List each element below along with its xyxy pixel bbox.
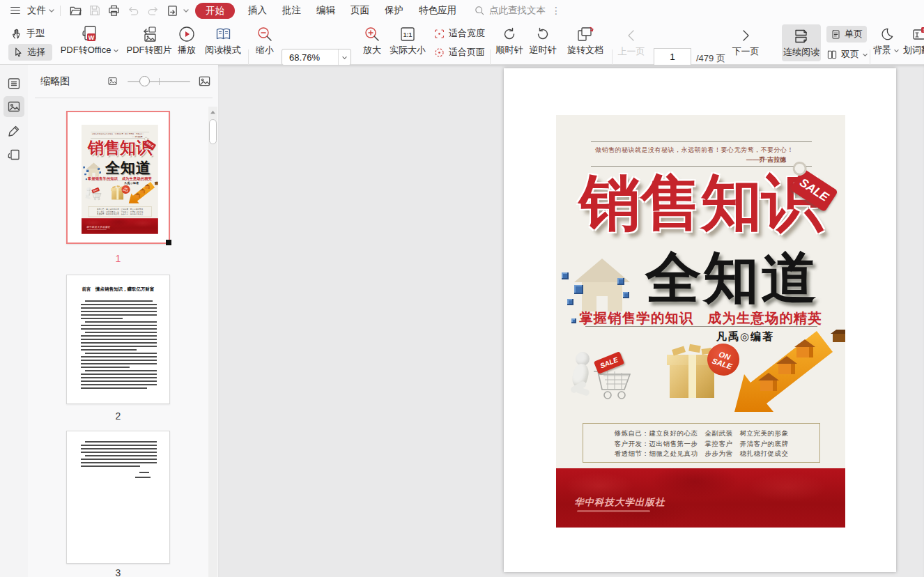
panel-scrollbar-up-arrow[interactable]	[208, 107, 217, 117]
zoom-in-label: 放大	[363, 44, 381, 56]
tab-edit[interactable]: 编辑	[309, 0, 343, 21]
thumbnail-page-1[interactable]: 做销售的秘诀就是没有秘诀，永远朝前看！要心无旁骛，不要分心！ ——乔·吉拉德 销…	[66, 111, 170, 244]
page-number-input[interactable]	[654, 48, 691, 66]
file-menu[interactable]: 文件	[24, 0, 47, 21]
fit-width-button[interactable]: 适合宽度	[433, 27, 485, 40]
thumbnail-resize-handle[interactable]	[166, 240, 171, 245]
thumbnail-panel: 缩略图 做销售的秘诀就是没有秘诀，永远朝前看！要心无旁骛，不要分心！ ——乔·吉…	[28, 65, 218, 577]
hand-icon	[11, 28, 23, 40]
export-convert-icon[interactable]	[162, 0, 182, 21]
undo-icon[interactable]	[123, 0, 143, 21]
translate-icon	[912, 25, 924, 43]
thumbnail-cover-mini: 做销售的秘诀就是没有秘诀，永远朝前看！要心无旁骛，不要分心！ ——乔·吉拉德 销…	[82, 125, 158, 234]
double-page-label: 双页	[841, 48, 859, 61]
search-more-icon[interactable]: ⋮	[551, 5, 561, 16]
tab-special[interactable]: 特色应用	[411, 0, 464, 21]
play-button[interactable]: 播放	[174, 25, 199, 56]
pdf-to-office-button[interactable]: W PDF转Office	[59, 25, 121, 56]
rotate-ccw-label: 逆时针	[530, 44, 557, 56]
hamburger-menu-icon[interactable]	[6, 0, 24, 21]
zoom-level-combobox[interactable]: 68.76%	[282, 49, 351, 66]
rotate-document-button[interactable]: 旋转文档	[566, 25, 605, 56]
rotate-ccw-button[interactable]: 逆时针	[528, 25, 557, 56]
tab-annotate[interactable]: 批注	[275, 0, 309, 21]
search-box[interactable]: 点此查找文本 ⋮	[474, 4, 561, 17]
play-icon	[178, 25, 195, 43]
tab-protect[interactable]: 保护	[377, 0, 411, 21]
redo-icon[interactable]	[143, 0, 162, 21]
search-icon	[474, 5, 485, 16]
cover-bullet-2: 客户开发：迈出销售第一步 掌控客户 弄清客户的底牌	[583, 439, 819, 449]
actual-size-button[interactable]: 1:1 实际大小	[387, 25, 428, 56]
tab-page[interactable]: 页面	[343, 0, 377, 21]
thumbnail-size-small-icon[interactable]	[107, 76, 118, 86]
prev-page-button[interactable]: 上一页	[616, 26, 647, 58]
menubar-divider	[60, 6, 61, 16]
background-button[interactable]: 背景	[872, 25, 900, 56]
zoom-out-button[interactable]: 缩小	[251, 25, 279, 56]
thumbnail-panel-icon[interactable]	[3, 96, 24, 117]
read-mode-button[interactable]: 阅读模式	[203, 25, 242, 56]
cover-quote-attribution: ——乔·吉拉德	[746, 155, 786, 164]
pdf-to-office-icon: W	[81, 25, 99, 43]
thumbnail-panel-title: 缩略图	[40, 75, 70, 88]
save-icon[interactable]	[85, 0, 104, 21]
select-tool-label: 选择	[27, 46, 45, 59]
read-mode-label: 阅读模式	[205, 44, 241, 56]
thumbnail-page-2[interactable]: 前言 懂点销售知识，赚取亿万财富	[66, 275, 170, 404]
thumbnail-page-number-3: 3	[66, 567, 170, 577]
cursor-icon	[13, 47, 24, 58]
select-tool-button[interactable]: 选择	[8, 44, 52, 61]
zoom-combobox-arrow-icon[interactable]	[338, 49, 351, 65]
panel-scrollbar-thumb[interactable]	[209, 119, 217, 144]
pdf-to-image-icon	[140, 25, 158, 43]
prev-page-icon	[624, 26, 638, 45]
pdf-to-image-button[interactable]: PDF转图片	[127, 25, 171, 56]
continuous-reading-button[interactable]: 连续阅读	[782, 24, 821, 61]
rotate-document-label: 旋转文档	[567, 44, 603, 56]
zoom-in-button[interactable]: 放大	[358, 25, 386, 56]
quote-bottom-line	[591, 166, 812, 167]
moon-icon	[879, 25, 895, 43]
cover-bullet-1: 修炼自己：建立良好的心态 全副武装 树立完美的形象	[583, 429, 819, 439]
panel-scrollbar-track[interactable]	[208, 107, 217, 577]
next-page-button[interactable]: 下一页	[730, 26, 761, 58]
print-icon[interactable]	[104, 0, 123, 21]
prev-page-label: 上一页	[618, 45, 645, 58]
file-menu-chevron-icon[interactable]	[48, 8, 55, 13]
annotation-panel-icon[interactable]	[3, 121, 24, 141]
thumbnail-page-number-2: 2	[66, 410, 170, 422]
tab-insert[interactable]: 插入	[240, 0, 275, 21]
svg-text:W: W	[88, 34, 95, 41]
thumbnail-page-3[interactable]	[66, 431, 170, 564]
document-page[interactable]: 做销售的秘诀就是没有秘诀，永远朝前看！要心无旁骛，不要分心！ ——乔·吉拉德 销…	[504, 68, 896, 572]
double-page-button[interactable]: 双页	[826, 46, 868, 63]
cover-subtitle: 掌握销售学的知识 成为生意场的精英	[82, 176, 158, 180]
thumbnail-1-cover: 做销售的秘诀就是没有秘诀，永远朝前看！要心无旁骛，不要分心！ ——乔·吉拉德 销…	[82, 125, 158, 234]
cover-quote: 做销售的秘诀就是没有秘诀，永远朝前看！要心无旁骛，不要分心！	[91, 132, 144, 134]
actual-size-label: 实际大小	[390, 44, 426, 56]
open-file-icon[interactable]	[66, 0, 85, 21]
cover-divider-line	[585, 326, 817, 327]
export-chevron-icon[interactable]	[183, 8, 190, 13]
fit-page-icon	[433, 47, 445, 59]
cover-bullet-box: 修炼自己：建立良好的心态 全副武装 树立完美的形象 客户开发：迈出销售第一步 掌…	[88, 206, 151, 216]
single-page-button[interactable]: 单页	[826, 26, 867, 43]
publisher-subline	[86, 229, 106, 230]
tab-start[interactable]: 开始	[195, 3, 235, 19]
export-panel-icon[interactable]	[3, 145, 24, 166]
gift-box-graphic: ONSALE	[663, 342, 732, 406]
outline-panel-icon[interactable]	[3, 73, 24, 94]
next-page-icon	[739, 26, 753, 45]
hand-tool-button[interactable]: 手型	[11, 27, 45, 40]
fit-page-button[interactable]: 适合页面	[433, 46, 485, 59]
thumbnail-size-slider-handle[interactable]	[139, 76, 150, 86]
zoom-out-icon	[256, 25, 273, 43]
cover-publisher-band: 华中科技大学出版社	[82, 218, 158, 233]
publisher-name: 华中科技大学出版社	[86, 225, 110, 229]
thumbnail-size-large-icon[interactable]	[198, 75, 211, 88]
translate-button[interactable]: 划词翻译	[898, 25, 924, 56]
cart-figure-graphic: SALE	[570, 352, 643, 411]
next-page-label: 下一页	[732, 45, 760, 58]
rotate-cw-button[interactable]: 顺时针	[495, 25, 524, 56]
